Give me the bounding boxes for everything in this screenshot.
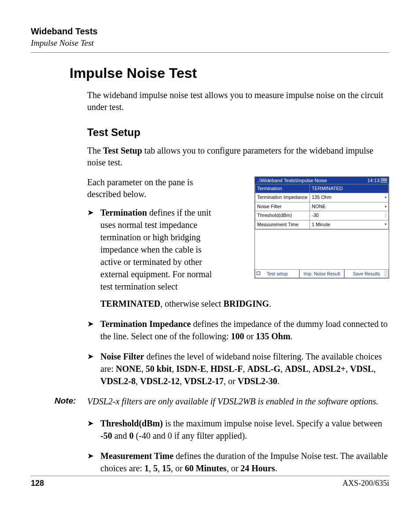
value-text: 135 Ohm: [312, 194, 332, 200]
bullet-noise-filter: Noise Filter defines the level of wideba…: [87, 350, 389, 387]
text: ,: [308, 364, 313, 374]
table-row[interactable]: Measurement Time 1 Minute▼: [255, 220, 389, 229]
screenshot-breadcrumb: ..\Wideband Tests\Impulse Noise: [257, 178, 327, 183]
cell-value[interactable]: 1 Minute▼: [310, 220, 389, 229]
text: and: [112, 431, 129, 440]
text-bold: 1: [144, 463, 149, 473]
text: ,: [280, 364, 285, 374]
tab-save-results[interactable]: Save Results: [344, 269, 389, 278]
header-chapter: Wideband Tests: [31, 26, 389, 37]
bullet-bold: Noise Filter: [100, 352, 144, 361]
cell-value[interactable]: NONE▼: [310, 202, 389, 211]
footer-rule: [31, 476, 389, 476]
cell-value[interactable]: TERMINATED▼: [310, 184, 389, 193]
intro-paragraph: The wideband impulse noise test allows y…: [87, 89, 389, 113]
chevron-down-icon[interactable]: ▼: [383, 203, 388, 210]
bullet-bold: Measurement Time: [100, 451, 173, 461]
tab-imp-noise-result[interactable]: Imp. Noise Result: [299, 269, 344, 278]
page: Wideband Tests Impulse Noise Test Impuls…: [0, 0, 420, 510]
text-bold: 15: [162, 463, 171, 473]
chevron-down-icon[interactable]: ▼: [383, 185, 388, 192]
bullet-measurement-time: Measurement Time defines the duration of…: [87, 450, 389, 474]
bullet-termination-impedance: Termination Impedance defines the impeda…: [87, 318, 389, 342]
text: ,: [346, 364, 350, 374]
table-row[interactable]: Termination TERMINATED▼: [255, 184, 389, 193]
text: (-40 and 0 if any filter applied).: [134, 431, 247, 440]
device-screenshot: ..\Wideband Tests\Impulse Noise 14:13 ⌨ …: [254, 176, 389, 279]
text-bold: HDSL-F: [210, 364, 243, 374]
text-bold: 50 kbit: [146, 364, 172, 374]
chevron-down-icon[interactable]: ▼: [383, 221, 388, 228]
cell-label: Noise Filter: [255, 202, 310, 211]
text: ,: [172, 364, 176, 374]
screenshot-param-table: Termination TERMINATED▼ Termination Impe…: [255, 184, 389, 229]
text-bold: 135 Ohm: [256, 331, 290, 341]
tab-test-setup[interactable]: Test setup: [255, 269, 299, 278]
screenshot-blank-area: [255, 229, 389, 269]
text-bold: 0: [129, 431, 134, 440]
text-bold: ISDN-E: [176, 364, 206, 374]
text: , or: [227, 463, 241, 473]
text-bold: NONE: [116, 364, 141, 374]
bullet-termination: Termination defines if the unit uses nor…: [87, 206, 224, 293]
text: ,: [206, 364, 210, 374]
text: is the maximum impulse noise level. Spec…: [163, 418, 382, 428]
note-label: Note:: [55, 395, 87, 407]
bullet-bold: Termination Impedance: [100, 319, 191, 329]
screenshot-tabs: Test setup Imp. Noise Result Save Result…: [255, 269, 389, 278]
text-bold: -50: [100, 431, 112, 440]
text-bold: Test Setup: [103, 146, 142, 155]
text: ,: [149, 463, 153, 473]
text-bold: VDSL2-8: [100, 376, 136, 386]
page-number: 128: [31, 479, 44, 488]
text-bold: VDSL2-17: [184, 376, 224, 386]
bullet-bold: Threshold(dBm): [100, 418, 163, 428]
text-bold: VDSL: [350, 364, 373, 374]
text: , or: [224, 376, 238, 386]
text: defines if the unit uses normal test imp…: [100, 208, 212, 291]
float-text-column: Each parameter on the pane is described …: [87, 176, 224, 301]
chevron-down-icon[interactable]: ▼: [383, 194, 388, 201]
text-bold: 60 Minutes: [185, 463, 227, 473]
spinner-icon[interactable]: ⋮: [383, 212, 388, 219]
table-row[interactable]: Threshold(dBm) -30⋮: [255, 211, 389, 220]
cell-label: Termination Impedance: [255, 193, 310, 202]
value-text: -30: [312, 213, 319, 218]
text-bold: ADSL: [285, 364, 308, 374]
value-text: TERMINATED: [312, 186, 343, 191]
text: .: [269, 299, 271, 308]
float-row: Each parameter on the pane is described …: [87, 176, 389, 301]
text: or: [244, 331, 256, 341]
table-row[interactable]: Termination Impedance 135 Ohm▼: [255, 193, 389, 202]
text-bold: 5: [153, 463, 158, 473]
note-block: Note: VDSL2-x filters are only available…: [55, 395, 389, 407]
clock-time: 14:13: [367, 178, 379, 183]
value-text: 1 Minute: [312, 222, 330, 227]
text: , or: [171, 463, 185, 473]
text-bold: BRIDGING: [224, 299, 269, 308]
value-text: NONE: [312, 204, 326, 209]
text: ,: [141, 364, 146, 374]
cell-label: Termination: [255, 184, 310, 193]
cell-value[interactable]: -30⋮: [310, 211, 389, 220]
cell-label: Threshold(dBm): [255, 211, 310, 220]
keyboard-icon: ⌨: [381, 178, 387, 183]
text-bold: VDSL2-30: [238, 376, 277, 386]
text-bold: ADSL-G: [247, 364, 280, 374]
page-footer: 128 AXS-200/635i: [31, 476, 389, 488]
cell-label: Measurement Time: [255, 220, 310, 229]
text-bold: TERMINATED: [100, 299, 160, 308]
text: .: [277, 376, 280, 386]
cell-value[interactable]: 135 Ohm▼: [310, 193, 389, 202]
setup-paragraph: The Test Setup tab allows you to configu…: [87, 145, 389, 169]
text: ,: [373, 364, 376, 374]
each-param-paragraph: Each parameter on the pane is described …: [87, 176, 224, 200]
text: ,: [158, 463, 162, 473]
screenshot-titlebar: ..\Wideband Tests\Impulse Noise 14:13 ⌨: [255, 177, 389, 184]
note-body: VDSL2-x filters are only available if VD…: [87, 395, 378, 407]
product-model: AXS-200/635i: [343, 479, 389, 488]
text: ,: [243, 364, 247, 374]
table-row[interactable]: Noise Filter NONE▼: [255, 202, 389, 211]
text: .: [291, 331, 293, 341]
text: ,: [136, 376, 140, 386]
